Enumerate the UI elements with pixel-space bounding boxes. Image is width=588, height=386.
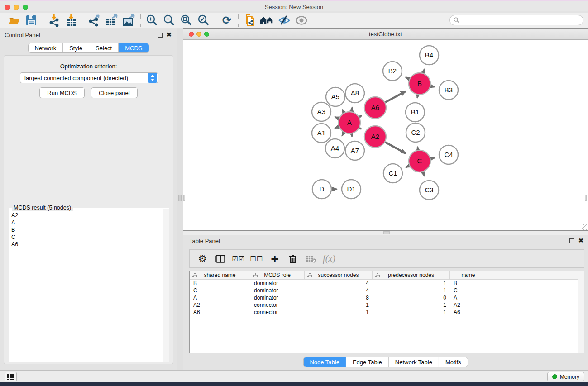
- import-table-button[interactable]: [63, 14, 80, 27]
- edge-A-A5[interactable]: [342, 110, 344, 113]
- splitter-handle[interactable]: [383, 231, 390, 234]
- delete-column-button[interactable]: [285, 252, 301, 266]
- add-column-button[interactable]: +: [267, 252, 283, 266]
- table-cell[interactable]: 8: [305, 295, 373, 301]
- table-settings-button[interactable]: ⚙: [194, 252, 210, 266]
- edge-A-A6[interactable]: [359, 116, 362, 117]
- search-input[interactable]: [461, 17, 583, 24]
- column-header-predecessor-nodes[interactable]: predecessor nodes: [373, 271, 450, 279]
- mcds-result-list[interactable]: A2ABCA6: [10, 211, 162, 362]
- zoom-out-button[interactable]: [161, 14, 178, 27]
- table-row[interactable]: A2connector11A2: [190, 301, 584, 309]
- edge-C-C1[interactable]: [406, 166, 409, 167]
- table-tab-network-table[interactable]: Network Table: [389, 357, 439, 367]
- resize-grip-icon[interactable]: [582, 224, 587, 230]
- optimization-criterion-select[interactable]: largest connected component (directed): [20, 72, 158, 83]
- table-cell[interactable]: 4: [305, 287, 373, 294]
- export-table-button[interactable]: [103, 14, 120, 27]
- memory-button[interactable]: Memory: [547, 372, 584, 381]
- cp-tab-mcds[interactable]: MCDS: [119, 43, 148, 52]
- zoom-fit-button[interactable]: [178, 14, 195, 27]
- result-item[interactable]: A6: [11, 241, 160, 248]
- table-cell[interactable]: dominator: [250, 295, 305, 301]
- edge-C-C2[interactable]: [418, 147, 418, 150]
- edge-A-A2[interactable]: [359, 128, 361, 129]
- show-button[interactable]: [293, 14, 310, 27]
- edge-A-A7[interactable]: [352, 134, 352, 137]
- table-tab-node-table[interactable]: Node Table: [303, 357, 346, 367]
- column-header-MCDS-role[interactable]: MCDS role: [250, 271, 305, 279]
- edge-A2-C[interactable]: [385, 142, 406, 153]
- edge-B-B3[interactable]: [430, 86, 434, 87]
- open-file-button[interactable]: [5, 14, 23, 27]
- edge-A-A8[interactable]: [352, 107, 353, 111]
- networks-overview-button[interactable]: [258, 14, 276, 27]
- table-cell[interactable]: A: [450, 295, 487, 301]
- function-builder-button[interactable]: f(x): [321, 252, 337, 266]
- edge-B-B1[interactable]: [417, 95, 418, 98]
- delete-table-button[interactable]: [303, 252, 319, 266]
- table-row[interactable]: Bdominator41B: [190, 280, 584, 287]
- table-row[interactable]: Cdominator41C: [190, 287, 584, 294]
- table-cell[interactable]: C: [450, 287, 487, 294]
- table-cell[interactable]: A2: [450, 302, 487, 308]
- search-field[interactable]: [449, 15, 583, 25]
- table-tab-edge-table[interactable]: Edge Table: [346, 357, 389, 367]
- cp-tab-style[interactable]: Style: [63, 43, 89, 52]
- export-network-button[interactable]: [86, 14, 103, 27]
- table-cell[interactable]: B: [450, 280, 487, 286]
- result-item[interactable]: A: [11, 219, 160, 226]
- column-header-successor-nodes[interactable]: successor nodes: [305, 271, 373, 279]
- table-cell[interactable]: dominator: [250, 287, 305, 294]
- column-header-name[interactable]: name: [450, 271, 487, 279]
- cp-tab-network[interactable]: Network: [28, 43, 63, 52]
- edge-B-B4[interactable]: [423, 69, 425, 73]
- combo-stepper-icon[interactable]: [148, 73, 157, 83]
- table-cell[interactable]: 1: [305, 309, 373, 315]
- table-row[interactable]: Adominator80A: [190, 294, 584, 301]
- edge-A6-B[interactable]: [385, 91, 406, 102]
- result-item[interactable]: C: [11, 234, 160, 241]
- table-cell[interactable]: B: [190, 280, 250, 286]
- table-cell[interactable]: 1: [373, 280, 450, 286]
- network-graph[interactable]: B4B2BB3A8A5A6A3B1AA1C2A2A4A7C4CC1DD1C3: [183, 40, 588, 230]
- deselect-all-button[interactable]: ☐☐: [249, 252, 265, 266]
- network-canvas[interactable]: B4B2BB3A8A5A6A3B1AA1C2A2A4A7C4CC1DD1C3: [183, 40, 588, 230]
- float-panel-icon[interactable]: [569, 238, 574, 243]
- close-panel-icon[interactable]: ✖: [167, 31, 172, 38]
- table-cell[interactable]: 1: [373, 287, 450, 294]
- table-header-row[interactable]: shared nameMCDS rolesuccessor nodesprede…: [190, 271, 584, 280]
- edge-C-C3[interactable]: [423, 172, 425, 176]
- network-window-titlebar[interactable]: testGlobe.txt: [183, 29, 588, 40]
- zoom-selected-button[interactable]: [195, 14, 212, 27]
- close-panel-icon[interactable]: ✖: [578, 237, 583, 244]
- run-mcds-button[interactable]: Run MCDS: [39, 87, 85, 98]
- table-tab-motifs[interactable]: Motifs: [439, 357, 468, 367]
- edge-A-A4[interactable]: [342, 133, 344, 136]
- table-row[interactable]: A6connector11A6: [190, 309, 584, 316]
- table-body[interactable]: Bdominator41BCdominator41CAdominator80AA…: [190, 280, 584, 316]
- table-cell[interactable]: C: [190, 287, 250, 294]
- close-panel-button[interactable]: Close panel: [91, 87, 138, 98]
- table-cell[interactable]: A: [190, 295, 250, 301]
- select-all-button[interactable]: ☑☑: [230, 252, 247, 266]
- export-image-button[interactable]: [120, 14, 138, 27]
- table-cell[interactable]: connector: [250, 302, 305, 308]
- edge-C-C4[interactable]: [430, 158, 434, 159]
- frame-edge-handle[interactable]: [183, 195, 185, 201]
- cp-tab-select[interactable]: Select: [89, 43, 119, 52]
- result-scrollbar[interactable]: [163, 209, 169, 362]
- frame-edge-handle[interactable]: [585, 195, 587, 201]
- show-columns-button[interactable]: [212, 252, 229, 266]
- save-session-button[interactable]: [23, 14, 40, 27]
- edge-B-B2[interactable]: [406, 77, 409, 79]
- task-history-button[interactable]: [5, 372, 17, 381]
- splitter-handle[interactable]: [178, 195, 182, 201]
- refresh-button[interactable]: ⟳: [218, 14, 235, 27]
- table-scrollbar[interactable]: [578, 271, 584, 353]
- hide-button[interactable]: [276, 14, 293, 27]
- table-cell[interactable]: connector: [250, 309, 305, 315]
- vertical-splitter[interactable]: [177, 28, 183, 370]
- table-cell[interactable]: A6: [190, 309, 250, 315]
- edge-A-A1[interactable]: [335, 127, 339, 128]
